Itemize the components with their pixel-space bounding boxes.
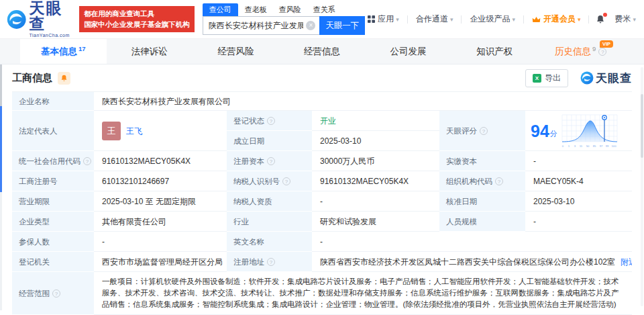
industry-value: 研究和试验发展 xyxy=(312,212,439,232)
search-tab-relation[interactable]: 查关系 xyxy=(313,3,335,16)
notification-dot xyxy=(603,13,607,17)
field-label: 统一社会信用代码 xyxy=(19,156,80,167)
subscribe-bell-icon[interactable] xyxy=(58,72,70,85)
table-row: 参保人数 - 英文名称 - xyxy=(12,232,632,252)
field-label: 纳税人识别号 xyxy=(233,177,280,187)
nearby-companies-link[interactable]: 附近公司 xyxy=(621,257,632,268)
search-tab-boss[interactable]: 查老板 xyxy=(245,3,267,16)
help-icon xyxy=(267,258,275,266)
score-unit: 分 xyxy=(550,129,557,139)
tianyancha-logo[interactable]: 天眼查 TianYanCha.com xyxy=(7,1,72,38)
tab-legal-proceedings[interactable]: 法律诉讼 xyxy=(107,39,193,64)
scrollbar-thumb[interactable] xyxy=(641,94,643,158)
business-info-table: 企业名称 陕西长安芯材科技产业发展有限公司 法定代表人 王 王飞 登记状态 开业 xyxy=(12,91,632,315)
tab-basic-info[interactable]: 基本信息 17 xyxy=(20,39,107,64)
tianyancha-company-page: 天眼查 TianYanCha.com 都在用的商业查询工具 国家中小企业发展子基… xyxy=(0,0,644,315)
field-label: 营业期限 xyxy=(12,191,94,212)
search-tab-risk[interactable]: 查风险 xyxy=(279,3,301,16)
section-header: 工商信息 导出 天眼查 xyxy=(0,64,644,91)
export-button[interactable]: 导出 xyxy=(525,69,568,87)
divider xyxy=(461,15,462,24)
field-label: 组织机构代码 xyxy=(446,177,492,187)
field-label: 天眼评分 xyxy=(446,126,477,136)
svg-text:0: 0 xyxy=(562,144,564,148)
vertical-scrollbar[interactable] xyxy=(641,67,643,306)
tab-count: 9 xyxy=(592,45,596,52)
left-edge-scrollbar[interactable] xyxy=(0,64,2,310)
approval-date-value: 2025-03-10 xyxy=(525,191,632,212)
help-icon xyxy=(267,117,275,125)
tianyancha-logo-icon xyxy=(580,71,594,85)
svg-text:97: 97 xyxy=(599,144,602,148)
legal-rep-avatar: 王 xyxy=(102,122,121,140)
nav-open-vip[interactable]: 开通会员 xyxy=(529,13,584,25)
field-label: 参保人数 xyxy=(12,232,94,252)
tab-company-development[interactable]: 公司发展 xyxy=(365,39,451,64)
svg-text:50: 50 xyxy=(586,144,589,148)
table-row: 统一社会信用代码 91610132MAECY05K4X 注册资本 30000万人… xyxy=(12,151,632,171)
establish-date: 2025-03-10 xyxy=(312,131,439,151)
registered-capital-value: 30000万人民币 xyxy=(312,151,439,171)
nav-apps[interactable]: 应用 xyxy=(365,13,402,25)
watermark-logo: 天眼查 xyxy=(580,71,632,86)
divider xyxy=(588,15,589,24)
search-input[interactable] xyxy=(203,16,320,35)
staff-size-value: - xyxy=(525,212,632,232)
help-icon xyxy=(495,177,503,185)
company-type-value: 其他有限责任公司 xyxy=(94,212,227,232)
table-row: 法定代表人 王 王飞 登记状态 开业 成立日期 2025-03-10 xyxy=(12,111,632,151)
table-row: 企业类型 其他有限责任公司 行业 研究和试验发展 人员规模 - xyxy=(12,212,632,232)
section-title: 工商信息 xyxy=(12,72,52,85)
site-header: 天眼查 TianYanCha.com 都在用的商业查询工具 国家中小企业发展子基… xyxy=(0,0,644,39)
score-axis-labels: 0 1 3 11 50 85 97 99 100 xyxy=(562,144,616,148)
registered-address-value: 陕西省西安市经济技术开发区凤城十二路西安关中综合保税区综保公司办公楼102室 xyxy=(320,257,615,268)
credit-code-value: 91610132MAECY05K4X xyxy=(94,151,227,171)
help-icon xyxy=(282,177,290,185)
tab-history-info[interactable]: 历史信息 9 VIP xyxy=(537,39,624,64)
field-label: 注册资本 xyxy=(233,156,264,167)
field-label: 工商注册号 xyxy=(12,171,94,191)
tianyan-score-cell: 94 分 xyxy=(525,111,632,151)
nav-enterprise-products[interactable]: 企业级产品 xyxy=(467,13,518,25)
svg-text:3: 3 xyxy=(574,144,576,148)
field-label: 企业名称 xyxy=(12,92,94,111)
insured-count-value: - xyxy=(94,232,227,252)
tab-intellectual-property[interactable]: 知识产权 xyxy=(451,39,538,64)
svg-text:99: 99 xyxy=(605,144,608,148)
tab-count: 17 xyxy=(78,45,86,52)
slogan-line2: 国家中小企业发展子基金旗下机构 xyxy=(84,19,190,30)
help-icon xyxy=(480,127,488,135)
business-scope-value: 一般项目：计算机软硬件及外围设备制造；软件开发；集成电路芯片设计及服务；电子产品… xyxy=(94,272,632,315)
logo-domain: TianYanCha.com xyxy=(29,33,72,38)
notification-bell-icon[interactable] xyxy=(596,15,605,24)
crown-icon xyxy=(532,16,541,23)
registration-number-value: 610132101246697 xyxy=(94,171,227,191)
search-button[interactable]: 天眼一下 xyxy=(319,16,365,35)
user-menu[interactable]: 费米 xyxy=(612,13,639,25)
help-icon xyxy=(267,157,275,165)
header-nav: 应用 合作通道 企业级产品 开通会员 费米 xyxy=(365,13,639,25)
help-icon xyxy=(52,289,60,298)
table-row: 经营范围 一般项目：计算机软硬件及外围设备制造；软件开发；集成电路芯片设计及服务… xyxy=(12,272,632,315)
paid-capital-value: - xyxy=(525,151,632,171)
field-label: 核准日期 xyxy=(439,191,525,212)
field-label: 实缴资本 xyxy=(439,151,525,171)
field-label: 企业类型 xyxy=(12,212,94,232)
tab-operation-risk[interactable]: 经营风险 xyxy=(193,39,279,64)
business-term-value: 2025-03-10 至 无固定期限 xyxy=(94,191,227,212)
nav-partner-channel[interactable]: 合作通道 xyxy=(413,13,456,25)
help-icon xyxy=(83,157,91,165)
field-label: 纳税人资质 xyxy=(227,191,312,212)
field-label: 经营范围 xyxy=(19,289,50,299)
svg-text:85: 85 xyxy=(592,144,596,148)
search-tab-company[interactable]: 查公司 xyxy=(203,3,238,16)
field-label: 登记状态 xyxy=(233,116,264,126)
english-name-value: - xyxy=(312,232,632,252)
help-icon xyxy=(598,48,606,56)
search-type-tabs: 查公司 查老板 查风险 查关系 xyxy=(203,3,366,16)
field-label: 登记机关 xyxy=(12,252,94,272)
tab-operation-info[interactable]: 经营信息 xyxy=(279,39,366,64)
registration-status: 开业 xyxy=(312,111,439,131)
legal-rep-link[interactable]: 王飞 xyxy=(126,126,142,137)
logo-text: 天眼查 xyxy=(29,1,72,32)
